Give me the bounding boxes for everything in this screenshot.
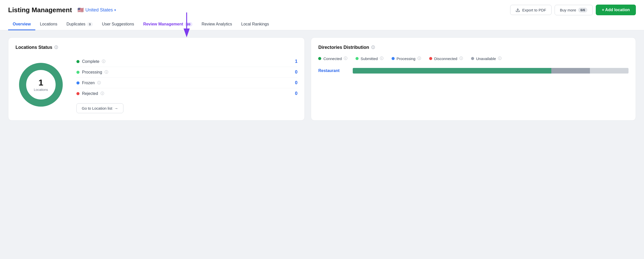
- tab-review-management[interactable]: Review Management 99: [139, 19, 197, 30]
- status-complete: Complete ⓘ 1: [76, 56, 297, 67]
- legend-submitted: Submitted ⓘ: [356, 56, 383, 61]
- dir-processing-label: Processing: [397, 56, 415, 61]
- directories-info-icon[interactable]: ⓘ: [371, 45, 375, 50]
- rejected-label: Rejected: [82, 91, 98, 96]
- directories-distribution-card: Directories Distribution ⓘ Connected ⓘ S…: [311, 37, 636, 121]
- complete-count: 1: [295, 59, 297, 64]
- status-list: Complete ⓘ 1 Processing ⓘ 0: [76, 56, 297, 113]
- processing-count: 0: [295, 69, 297, 75]
- tab-local-rankings[interactable]: Local Rankings: [237, 19, 273, 30]
- restaurant-bar-submitted: [551, 68, 590, 74]
- directories-distribution-title: Directories Distribution ⓘ: [318, 45, 629, 50]
- flag-icon: 🇺🇸: [77, 7, 84, 13]
- submitted-dot: [356, 57, 359, 60]
- main-content: Locations Status ⓘ 1 Locations: [0, 30, 644, 128]
- buy-more-button[interactable]: Buy more 6/6: [555, 5, 593, 15]
- legend-disconnected: Disconnected ⓘ: [429, 56, 463, 61]
- legend-unavailable: Unavailable ⓘ: [471, 56, 502, 61]
- connected-label: Connected: [323, 56, 342, 61]
- processing-info-icon[interactable]: ⓘ: [105, 70, 108, 75]
- export-pdf-button[interactable]: Export to PDF: [510, 5, 551, 15]
- rejected-info-icon[interactable]: ⓘ: [101, 91, 104, 96]
- disconnected-info-icon[interactable]: ⓘ: [459, 56, 463, 61]
- rejected-count: 0: [295, 91, 297, 96]
- complete-dot: [76, 60, 79, 63]
- restaurant-name: Restaurant: [318, 68, 349, 73]
- restaurant-bar-other: [590, 68, 629, 74]
- nav-tabs: Overview Locations Duplicates 9 User Sug…: [8, 19, 636, 30]
- tab-user-suggestions[interactable]: User Suggestions: [98, 19, 139, 30]
- processing-label: Processing: [82, 70, 102, 75]
- unavailable-dot: [471, 57, 474, 60]
- frozen-info-icon[interactable]: ⓘ: [97, 81, 101, 85]
- directory-restaurant-row: Restaurant: [318, 68, 629, 74]
- directories-legend: Connected ⓘ Submitted ⓘ Processing ⓘ Dis…: [318, 56, 629, 61]
- dir-processing-info-icon[interactable]: ⓘ: [417, 56, 421, 61]
- legend-connected: Connected ⓘ: [318, 56, 347, 61]
- disconnected-dot: [429, 57, 432, 60]
- country-name: United States: [85, 7, 113, 13]
- export-label: Export to PDF: [522, 8, 546, 12]
- buy-more-label: Buy more: [560, 8, 576, 12]
- submitted-info-icon[interactable]: ⓘ: [380, 56, 383, 61]
- unavailable-info-icon[interactable]: ⓘ: [498, 56, 502, 61]
- status-processing: Processing ⓘ 0: [76, 67, 297, 78]
- header-actions: Export to PDF Buy more 6/6 + Add locatio…: [510, 5, 636, 15]
- tab-locations[interactable]: Locations: [35, 19, 62, 30]
- donut-chart: 1 Locations: [15, 59, 66, 110]
- locations-status-info-icon[interactable]: ⓘ: [54, 45, 58, 50]
- add-location-button[interactable]: + Add location: [596, 5, 636, 15]
- frozen-count: 0: [295, 80, 297, 85]
- complete-label: Complete: [82, 59, 99, 64]
- chevron-down-icon: ▾: [114, 8, 116, 12]
- donut-center: 1 Locations: [34, 78, 48, 92]
- tab-review-analytics[interactable]: Review Analytics: [197, 19, 237, 30]
- export-icon: [516, 8, 520, 12]
- connected-dot: [318, 57, 321, 60]
- frozen-label: Frozen: [82, 81, 95, 85]
- tab-overview[interactable]: Overview: [8, 19, 35, 30]
- submitted-label: Submitted: [361, 56, 378, 61]
- country-selector[interactable]: 🇺🇸 United States ▾: [75, 6, 118, 14]
- tab-duplicates[interactable]: Duplicates 9: [62, 19, 98, 30]
- restaurant-bar-connected: [353, 68, 551, 74]
- locations-status-card: Locations Status ⓘ 1 Locations: [8, 37, 305, 121]
- legend-processing: Processing ⓘ: [392, 56, 421, 61]
- add-location-label: + Add location: [602, 8, 630, 12]
- goto-label: Go to Location list: [82, 106, 112, 110]
- directory-rows: Restaurant: [318, 68, 629, 74]
- buy-more-badge: 6/6: [578, 8, 587, 12]
- donut-number: 1: [34, 78, 48, 87]
- disconnected-label: Disconnected: [434, 56, 457, 61]
- goto-arrow-icon: →: [114, 106, 118, 110]
- duplicates-badge: 9: [87, 22, 93, 26]
- processing-dot: [76, 71, 79, 74]
- donut-label: Locations: [34, 88, 48, 92]
- goto-location-list-button[interactable]: Go to Location list →: [76, 103, 123, 113]
- status-rejected: Rejected ⓘ 0: [76, 88, 297, 99]
- dir-processing-dot: [392, 57, 395, 60]
- complete-info-icon[interactable]: ⓘ: [102, 59, 105, 64]
- frozen-dot: [76, 81, 79, 84]
- app-title: Listing Management: [8, 6, 72, 14]
- unavailable-label: Unavailable: [476, 56, 496, 61]
- locations-status-content: 1 Locations Complete ⓘ 1 Pr: [15, 56, 297, 113]
- status-frozen: Frozen ⓘ 0: [76, 78, 297, 88]
- review-mgmt-badge: 99: [185, 22, 192, 26]
- locations-status-title: Locations Status ⓘ: [15, 45, 297, 50]
- rejected-dot: [76, 92, 79, 95]
- connected-info-icon[interactable]: ⓘ: [344, 56, 347, 61]
- restaurant-bar: [353, 68, 629, 74]
